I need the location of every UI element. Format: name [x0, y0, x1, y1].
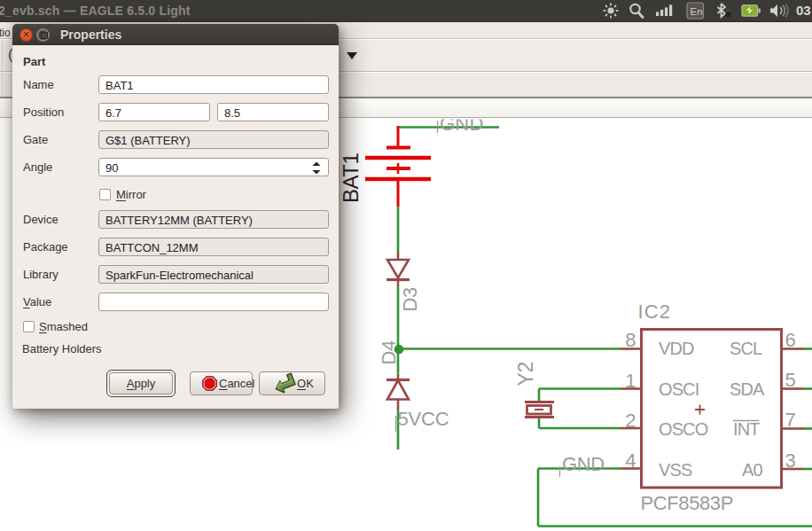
svg-text:5VCC: 5VCC	[398, 408, 449, 430]
svg-text:INT: INT	[733, 419, 760, 439]
svg-text:OSCO: OSCO	[659, 419, 708, 439]
svg-text:7: 7	[785, 409, 796, 431]
svg-text:VSS: VSS	[659, 460, 692, 480]
svg-text:SDA: SDA	[730, 379, 765, 399]
svg-text:En: En	[691, 6, 703, 17]
svg-text:8: 8	[625, 329, 636, 351]
svg-text:1: 1	[625, 370, 636, 392]
svg-text:PCF8583P: PCF8583P	[641, 492, 733, 514]
svg-text:4: 4	[625, 449, 636, 472]
svg-text:GND: GND	[562, 453, 605, 475]
svg-text:OSCI: OSCI	[659, 379, 699, 399]
svg-text:VDD: VDD	[659, 339, 694, 358]
svg-text:5: 5	[785, 369, 796, 391]
svg-text:GND: GND	[440, 113, 484, 135]
svg-text:A0: A0	[742, 460, 762, 480]
svg-text:6: 6	[785, 329, 796, 351]
svg-text:Y2: Y2	[514, 362, 537, 386]
svg-text:3: 3	[785, 449, 796, 472]
svg-text:2: 2	[625, 410, 636, 432]
svg-text:IC2: IC2	[638, 301, 672, 323]
svg-text:SCL: SCL	[730, 339, 762, 358]
svg-text:D3: D3	[399, 287, 421, 311]
svg-text:BAT1: BAT1	[339, 153, 363, 203]
svg-text:D4: D4	[378, 340, 400, 364]
